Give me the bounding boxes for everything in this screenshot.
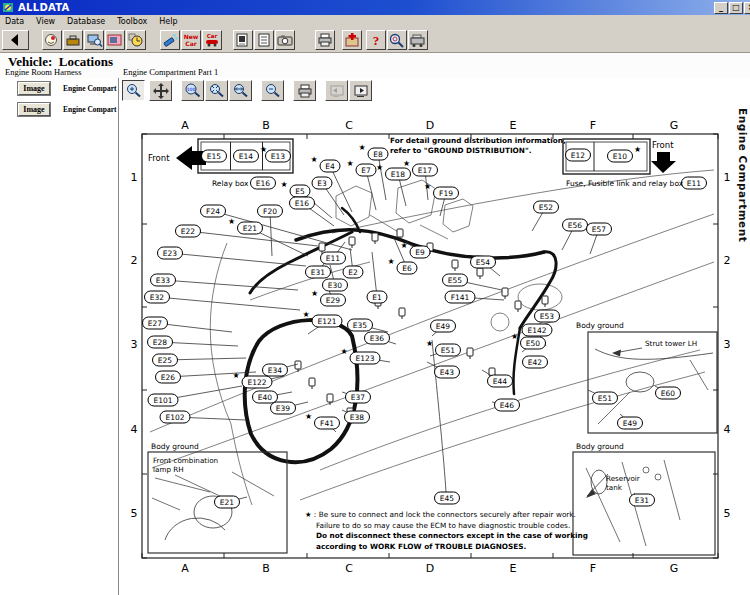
zoom-width-button[interactable]: [229, 80, 252, 101]
sidebar: Image Engine Compart Image Engine Compar…: [0, 78, 119, 595]
car-button[interactable]: Car: [202, 30, 222, 50]
zoom-100-icon: 100: [183, 82, 203, 100]
logo-icon: [43, 32, 61, 48]
car-print-icon: [409, 32, 427, 48]
viewer-toolbar: 100: [122, 80, 373, 101]
doc-button[interactable]: [254, 30, 274, 50]
tsb-screen-icon: [106, 32, 124, 48]
image-viewer: 100 Engine Compartment: [119, 78, 750, 595]
zoom-out-button[interactable]: [261, 80, 284, 101]
window-controls: _ □ ×: [714, 2, 750, 14]
toolbox-button[interactable]: [63, 30, 83, 50]
section-side-label: Engine Compartment: [737, 108, 749, 242]
help-icon: ?: [367, 32, 385, 48]
image-prev-button[interactable]: [325, 80, 348, 101]
zoom-in-button[interactable]: [122, 80, 145, 101]
doc-view-button[interactable]: [233, 30, 253, 50]
pc-search-icon: [85, 32, 103, 48]
svg-text:Car: Car: [185, 40, 196, 47]
main-toolbar: NewCar Car ?: [0, 28, 750, 52]
new-car-button[interactable]: NewCar: [181, 30, 201, 50]
doc-view-icon: [234, 32, 252, 48]
svg-text:100: 100: [186, 87, 195, 92]
sidebar-item-1-label: Engine Compart: [63, 84, 117, 93]
close-button[interactable]: ×: [744, 2, 750, 14]
menu-toolbox[interactable]: Toolbox: [112, 17, 154, 26]
back-button[interactable]: [2, 30, 29, 50]
history-button[interactable]: [126, 30, 146, 50]
caption-engine-room-harness: Engine Room Harness: [5, 67, 82, 77]
minimize-button[interactable]: _: [714, 2, 728, 14]
svg-text:?: ?: [373, 33, 380, 48]
help-button[interactable]: ?: [366, 30, 386, 50]
car-print-button[interactable]: [408, 30, 428, 50]
window-title: ALLDATA: [18, 2, 70, 13]
maximize-button[interactable]: □: [729, 2, 743, 14]
camera-icon: [276, 32, 294, 48]
new-car-icon: NewCar: [182, 32, 200, 48]
pan-icon: [151, 82, 171, 100]
image-button-2[interactable]: Image: [18, 103, 50, 116]
zoom-100-button[interactable]: 100: [181, 80, 204, 101]
tsb-button[interactable]: [105, 30, 125, 50]
image-next-button[interactable]: [349, 80, 372, 101]
import-button[interactable]: [342, 30, 362, 50]
camera-button[interactable]: [275, 30, 295, 50]
carwash-brush-icon: [161, 32, 179, 48]
sidebar-item-2: Image Engine Compart: [18, 103, 117, 116]
doc-icon: [255, 32, 273, 48]
menu-bar: Data View Database Toolbox Help: [0, 15, 750, 28]
zoom-out-icon: [263, 82, 283, 100]
viewer-print-button[interactable]: [293, 80, 316, 101]
image-button-1[interactable]: Image: [18, 82, 50, 95]
svg-text:New: New: [184, 33, 199, 40]
search-icon: [388, 32, 406, 48]
caption-engine-compartment-part1: Engine Compartment Part 1: [123, 67, 218, 77]
history-clock-icon: [127, 32, 145, 48]
image-next-icon: [351, 82, 371, 100]
zoom-in-icon: [124, 82, 144, 100]
svg-text:Car: Car: [207, 33, 218, 39]
sidebar-item-2-label: Engine Compart: [63, 105, 117, 114]
menu-help[interactable]: Help: [154, 17, 184, 26]
pane-captions: Engine Room Harness Engine Compartment P…: [0, 67, 750, 78]
zoom-width-icon: [231, 82, 251, 100]
alldata-window: ALLDATA _ □ × Data View Database Toolbox…: [0, 0, 750, 595]
pc-search-button[interactable]: [84, 30, 104, 50]
zoom-fit-button[interactable]: [205, 80, 228, 101]
menu-view[interactable]: View: [31, 17, 62, 26]
toolbox-icon: [64, 32, 82, 48]
car-icon: Car: [203, 32, 221, 48]
print-button[interactable]: [315, 30, 335, 50]
app-icon: [3, 2, 14, 13]
title-bar: ALLDATA _ □ ×: [0, 0, 750, 15]
vehicle-header: Vehicle: Locations: [0, 52, 750, 68]
import-box-icon: [343, 32, 361, 48]
print-icon: [316, 32, 334, 48]
carwash-button[interactable]: [160, 30, 180, 50]
zoom-fit-icon: [207, 82, 227, 100]
menu-database[interactable]: Database: [62, 17, 112, 26]
logo-button[interactable]: [42, 30, 62, 50]
image-prev-icon: [327, 82, 347, 100]
menu-data[interactable]: Data: [0, 17, 31, 26]
sidebar-item-1: Image Engine Compart: [18, 82, 117, 95]
back-icon: [7, 32, 25, 48]
search-button[interactable]: [387, 30, 407, 50]
viewer-print-icon: [295, 82, 315, 100]
pan-button[interactable]: [149, 80, 172, 101]
